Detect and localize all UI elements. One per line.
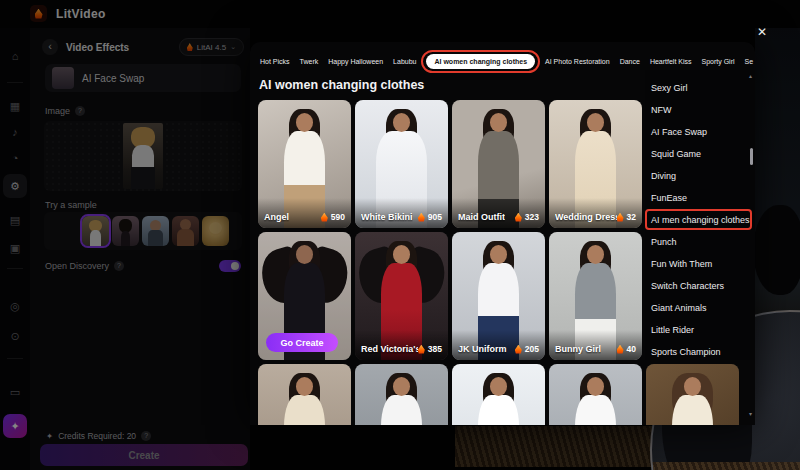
figure-head xyxy=(393,245,411,264)
tab-dance[interactable]: Dance xyxy=(620,58,640,65)
figure-head xyxy=(296,377,314,396)
category-item-giant-animals[interactable]: Giant Animals xyxy=(651,303,707,313)
flame-icon xyxy=(617,213,624,222)
card-footer: Bunny Girl40 xyxy=(549,330,642,360)
effect-preview-image xyxy=(258,364,351,425)
card-title: Wedding Dress xyxy=(555,212,617,222)
figure-head xyxy=(490,113,508,132)
effect-card[interactable] xyxy=(549,364,642,425)
flame-icon xyxy=(418,213,425,222)
figure-torso xyxy=(284,395,325,425)
category-tabs: Hot PicksTwerkHappy HalloweenLabubuAI wo… xyxy=(260,50,752,72)
effect-card-wedding-dress[interactable]: Wedding Dress32 xyxy=(549,100,642,228)
tab-happy-halloween[interactable]: Happy Halloween xyxy=(328,58,383,65)
go-create-button[interactable]: Go Create xyxy=(266,333,338,352)
figure-torso xyxy=(381,395,422,425)
scroll-up-icon[interactable]: ▴ xyxy=(749,72,752,79)
tab-sporty-girl[interactable]: Sporty Girl xyxy=(702,58,735,65)
effect-preview-image xyxy=(549,364,642,425)
effect-card-white-bikini[interactable]: White Bikini905 xyxy=(355,100,448,228)
category-item-nfw[interactable]: NFW xyxy=(651,105,672,115)
card-title: White Bikini xyxy=(361,212,413,222)
annotation-box xyxy=(645,209,752,230)
effect-card-maid-outfit[interactable]: Maid Outfit323 xyxy=(452,100,545,228)
effect-preview-image xyxy=(646,364,739,425)
card-footer: Maid Outfit323 xyxy=(452,198,545,228)
category-item-squid-game[interactable]: Squid Game xyxy=(651,149,701,159)
card-title: Red Victoria's ... xyxy=(361,344,418,354)
card-footer: Red Victoria's ...385 xyxy=(355,330,448,360)
tab-twerk[interactable]: Twerk xyxy=(300,58,319,65)
category-item-ai-face-swap[interactable]: AI Face Swap xyxy=(651,127,707,137)
figure-head xyxy=(490,245,508,264)
effect-card[interactable]: Go Create xyxy=(258,232,351,360)
effect-card[interactable] xyxy=(355,364,448,425)
card-usage-count: 905 xyxy=(418,212,442,222)
effect-card[interactable] xyxy=(646,364,739,425)
card-title: Bunny Girl xyxy=(555,344,601,354)
category-list-panel: Sexy GirlNFWAI Face SwapSquid GameDiving… xyxy=(645,70,755,360)
app-window: LitVideo ⌂▦♪◔⚙▤▣◎⊙▭✦ ‹ Video Effects Lit… xyxy=(0,0,800,470)
category-item-switch-characters[interactable]: Switch Characters xyxy=(651,281,724,291)
flame-icon xyxy=(515,213,522,222)
card-usage-count: 205 xyxy=(515,344,539,354)
tab-hot-picks[interactable]: Hot Picks xyxy=(260,58,290,65)
figure-torso xyxy=(575,395,616,425)
category-item-funease[interactable]: FunEase xyxy=(651,193,687,203)
tab-heartfelt-kiss[interactable]: Heartfelt Kiss xyxy=(650,58,692,65)
figure-head xyxy=(587,113,605,132)
figure-head xyxy=(296,113,314,132)
effect-card[interactable] xyxy=(452,364,545,425)
card-title: JK Uniform xyxy=(458,344,507,354)
figure-head xyxy=(296,245,314,264)
tab-ai-photo-restoration[interactable]: AI Photo Restoration xyxy=(545,58,610,65)
card-usage-count: 32 xyxy=(617,212,636,222)
effect-card-jk-uniform[interactable]: JK Uniform205 xyxy=(452,232,545,360)
effect-card[interactable] xyxy=(258,364,351,425)
tab-labubu[interactable]: Labubu xyxy=(393,58,416,65)
category-item-fun-with-them[interactable]: Fun With Them xyxy=(651,259,712,269)
figure-head xyxy=(684,377,702,396)
card-footer: JK Uniform205 xyxy=(452,330,545,360)
figure-head xyxy=(393,113,411,132)
flame-icon xyxy=(418,345,425,354)
card-footer: Wedding Dress32 xyxy=(549,198,642,228)
category-item-diving[interactable]: Diving xyxy=(651,171,676,181)
card-usage-count: 590 xyxy=(321,212,345,222)
figure-head xyxy=(490,377,508,396)
effect-preview-image xyxy=(355,364,448,425)
card-usage-count: 323 xyxy=(515,212,539,222)
tab-ai-women-changing-clothes[interactable]: AI women changing clothes xyxy=(426,54,535,69)
annotation-box xyxy=(421,50,540,73)
flame-icon xyxy=(321,213,328,222)
card-title: Maid Outfit xyxy=(458,212,505,222)
scrollbar-thumb[interactable] xyxy=(750,148,753,165)
wings-shape xyxy=(262,249,348,303)
card-footer: Angel590 xyxy=(258,198,351,228)
card-usage-count: 40 xyxy=(617,344,636,354)
figure-hair xyxy=(289,241,321,287)
card-footer: White Bikini905 xyxy=(355,198,448,228)
figure-torso xyxy=(672,395,713,425)
card-usage-count: 385 xyxy=(418,344,442,354)
section-heading: AI women changing clothes xyxy=(259,78,424,92)
effect-preview-image xyxy=(452,364,545,425)
flame-icon xyxy=(515,345,522,354)
figure-head xyxy=(393,377,411,396)
category-item-punch[interactable]: Punch xyxy=(651,237,677,247)
figure-head xyxy=(587,377,605,396)
tab-se[interactable]: Se xyxy=(745,58,754,65)
scroll-down-icon[interactable]: ▾ xyxy=(749,410,752,417)
category-item-sports-champion[interactable]: Sports Champion xyxy=(651,347,721,357)
flame-icon xyxy=(617,345,624,354)
figure-head xyxy=(587,245,605,264)
category-item-little-rider[interactable]: Little Rider xyxy=(651,325,694,335)
category-item-sexy-girl[interactable]: Sexy Girl xyxy=(651,83,688,93)
effect-card-red-victoria-s-[interactable]: Red Victoria's ...385 xyxy=(355,232,448,360)
effects-browser-modal: Hot PicksTwerkHappy HalloweenLabubuAI wo… xyxy=(250,42,755,425)
card-title: Angel xyxy=(264,212,289,222)
close-icon[interactable]: ✕ xyxy=(757,25,767,39)
effect-card-bunny-girl[interactable]: Bunny Girl40 xyxy=(549,232,642,360)
figure-torso xyxy=(478,395,519,425)
effect-card-angel[interactable]: Angel590 xyxy=(258,100,351,228)
